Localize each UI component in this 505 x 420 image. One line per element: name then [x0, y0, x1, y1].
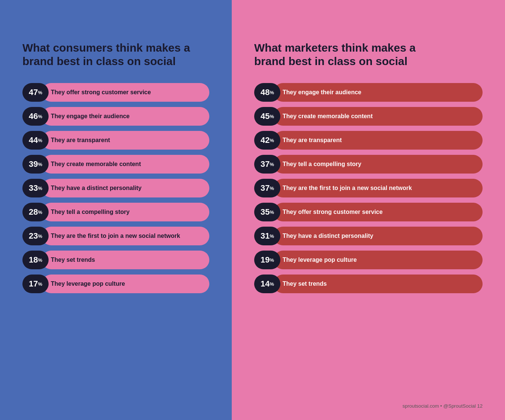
stat-label: They set trends [283, 280, 327, 287]
stat-badge: 46% [22, 107, 49, 126]
list-item: 47% They offer strong customer service [22, 83, 209, 102]
stat-bar: They offer strong customer service [42, 83, 209, 102]
stat-badge: 44% [22, 131, 49, 150]
stat-bar: They have a distinct personality [274, 227, 483, 245]
list-item: 23% They are the first to join a new soc… [22, 227, 209, 245]
list-item: 17% They leverage pop culture [22, 275, 209, 293]
stat-bar: They create memorable content [42, 155, 209, 174]
stat-bar: They set trends [274, 275, 483, 293]
stat-bar: They leverage pop culture [274, 251, 483, 269]
left-title: What consumers think makes a brand best … [22, 41, 202, 68]
left-panel: What consumers think makes a brand best … [0, 0, 232, 420]
stat-bar: They tell a compelling story [42, 203, 209, 221]
stat-label: They engage their audience [283, 89, 361, 96]
stat-badge: 39% [22, 155, 49, 174]
stat-badge: 19% [254, 251, 280, 269]
stat-label: They are transparent [283, 137, 342, 144]
left-items-list: 47% They offer strong customer service 4… [22, 83, 209, 398]
stat-bar: They engage their audience [274, 83, 483, 102]
right-items-list: 48% They engage their audience 45% They … [254, 83, 483, 398]
stat-bar: They are transparent [42, 131, 209, 150]
footer-text: sproutsocial.com • @SproutSocial 12 [403, 403, 483, 409]
stat-badge: 17% [22, 275, 49, 293]
right-panel: What marketers think makes a brand best … [232, 0, 505, 420]
list-item: 37% They tell a compelling story [254, 155, 483, 174]
stat-label: They have a distinct personality [283, 233, 373, 239]
stat-bar: They are the first to join a new social … [274, 179, 483, 197]
stat-label: They tell a compelling story [51, 209, 130, 215]
list-item: 18% They set trends [22, 251, 209, 269]
stat-badge: 18% [22, 251, 49, 269]
stat-bar: They tell a compelling story [274, 155, 483, 174]
stat-bar: They have a distinct personality [42, 179, 209, 197]
stat-badge: 48% [254, 83, 280, 102]
stat-label: They leverage pop culture [51, 280, 125, 287]
list-item: 14% They set trends [254, 275, 483, 293]
stat-label: They create memorable content [51, 161, 141, 168]
stat-label: They tell a compelling story [283, 161, 361, 168]
list-item: 44% They are transparent [22, 131, 209, 150]
list-item: 31% They have a distinct personality [254, 227, 483, 245]
stat-badge: 14% [254, 275, 280, 293]
list-item: 19% They leverage pop culture [254, 251, 483, 269]
list-item: 42% They are transparent [254, 131, 483, 150]
stat-bar: They leverage pop culture [42, 275, 209, 293]
stat-badge: 28% [22, 203, 49, 221]
stat-badge: 35% [254, 203, 280, 221]
stat-label: They set trends [51, 257, 95, 263]
list-item: 46% They engage their audience [22, 107, 209, 126]
list-item: 35% They offer strong customer service [254, 203, 483, 221]
stat-badge: 47% [22, 83, 49, 102]
stat-label: They offer strong customer service [51, 89, 151, 96]
stat-bar: They create memorable content [274, 107, 483, 126]
stat-bar: They set trends [42, 251, 209, 269]
stat-badge: 33% [22, 179, 49, 197]
stat-bar: They offer strong customer service [274, 203, 483, 221]
stat-label: They have a distinct personality [51, 185, 142, 191]
right-title: What marketers think makes a brand best … [254, 41, 434, 68]
stat-badge: 37% [254, 155, 280, 174]
stat-badge: 37% [254, 179, 280, 197]
list-item: 33% They have a distinct personality [22, 179, 209, 197]
stat-label: They create memorable content [283, 113, 373, 120]
list-item: 45% They create memorable content [254, 107, 483, 126]
list-item: 39% They create memorable content [22, 155, 209, 174]
stat-badge: 23% [22, 227, 49, 245]
stat-bar: They are transparent [274, 131, 483, 150]
list-item: 28% They tell a compelling story [22, 203, 209, 221]
stat-bar: They engage their audience [42, 107, 209, 126]
stat-label: They engage their audience [51, 113, 130, 120]
stat-label: They leverage pop culture [283, 257, 357, 263]
stat-badge: 42% [254, 131, 280, 150]
list-item: 48% They engage their audience [254, 83, 483, 102]
stat-bar: They are the first to join a new social … [42, 227, 209, 245]
stat-label: They are the first to join a new social … [283, 185, 412, 191]
stat-label: They are the first to join a new social … [51, 233, 180, 239]
stat-badge: 31% [254, 227, 280, 245]
stat-label: They are transparent [51, 137, 110, 144]
stat-badge: 45% [254, 107, 280, 126]
list-item: 37% They are the first to join a new soc… [254, 179, 483, 197]
stat-label: They offer strong customer service [283, 209, 383, 215]
